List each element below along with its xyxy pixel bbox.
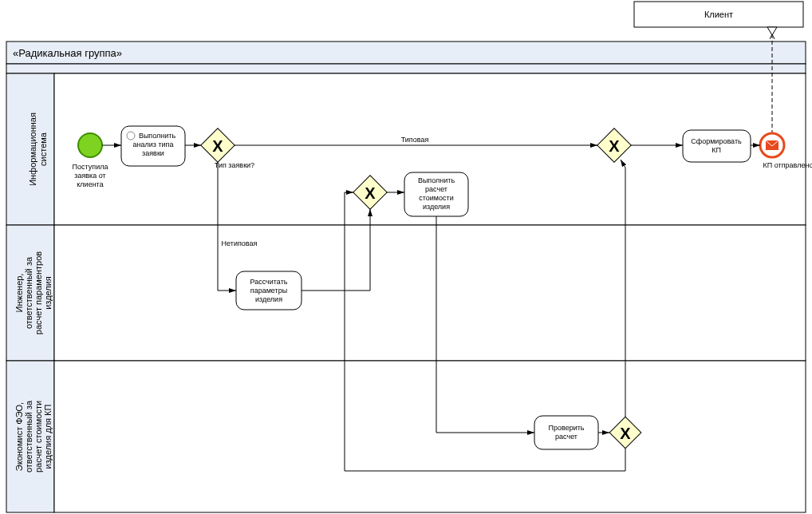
svg-text:ответственный за: ответственный за — [24, 400, 34, 472]
svg-text:анализ типа: анализ типа — [133, 140, 174, 148]
svg-text:параметры: параметры — [250, 287, 287, 295]
svg-rect-2 — [6, 64, 806, 73]
flow-typical-label: Типовая — [401, 136, 429, 144]
svg-text:X: X — [365, 184, 376, 202]
svg-text:Сформировать: Сформировать — [691, 137, 742, 145]
svg-text:Поступила: Поступила — [73, 163, 108, 171]
svg-text:клиента: клиента — [77, 180, 103, 188]
svg-text:изделия для КП: изделия для КП — [43, 404, 53, 469]
svg-text:X: X — [212, 137, 223, 155]
svg-text:ответственный за: ответственный за — [24, 256, 34, 329]
svg-text:заявка от: заявка от — [74, 172, 105, 180]
task-form-kp: Сформировать КП — [683, 130, 751, 162]
svg-text:изделия: изделия — [423, 203, 450, 211]
svg-text:Инженер,: Инженер, — [14, 274, 24, 313]
end-event-label: КП отправлено — [763, 161, 812, 169]
svg-rect-1 — [6, 42, 806, 64]
svg-text:X: X — [609, 137, 620, 155]
task-calc-cost: Выполнить расчет стоимости изделия — [404, 172, 468, 216]
task-check: Проверить расчет — [534, 416, 598, 449]
lane-2: Инженер, ответственный за расчет парамен… — [6, 225, 806, 361]
task-calc-params: Рассчитать параметры изделия — [236, 271, 302, 310]
svg-text:расчет: расчет — [425, 185, 447, 193]
svg-text:Выполнить: Выполнить — [418, 176, 455, 184]
lane-3: Экономист ФЭО, ответственный за расчет с… — [6, 361, 806, 512]
svg-rect-13 — [54, 361, 806, 512]
svg-rect-7 — [54, 225, 806, 361]
participant-client: Клиент — [634, 2, 803, 27]
svg-text:заявки: заявки — [142, 149, 164, 157]
lane-1-label: Информационная — [28, 113, 37, 186]
gateway-type-label: Тип заявки? — [215, 161, 254, 169]
flow-atypical-label: Нетиповая — [222, 239, 258, 247]
svg-text:Рассчитать: Рассчитать — [250, 278, 288, 286]
svg-text:X: X — [620, 425, 631, 442]
svg-text:Экономист ФЭО,: Экономист ФЭО, — [14, 402, 24, 471]
message-flow-arrowhead — [767, 27, 777, 35]
svg-text:изделия: изделия — [255, 295, 282, 303]
svg-text:расчет стоимости: расчет стоимости — [34, 401, 43, 472]
svg-text:изделия: изделия — [43, 276, 53, 310]
svg-text:Проверить: Проверить — [548, 424, 584, 432]
pool: «Радикальная группа» — [6, 42, 806, 73]
svg-text:КП: КП — [711, 146, 721, 154]
svg-text:система: система — [38, 132, 48, 166]
pool-title: «Радикальная группа» — [13, 47, 122, 59]
task-analyze: Выполнить анализ типа заявки — [121, 126, 185, 166]
svg-text:расчет: расчет — [555, 433, 577, 441]
svg-text:стоимости: стоимости — [419, 194, 453, 202]
svg-text:расчет параментров: расчет параментров — [34, 251, 43, 335]
participant-label: Клиент — [704, 10, 733, 19]
svg-text:Выполнить: Выполнить — [139, 132, 176, 140]
svg-point-18 — [78, 133, 102, 157]
